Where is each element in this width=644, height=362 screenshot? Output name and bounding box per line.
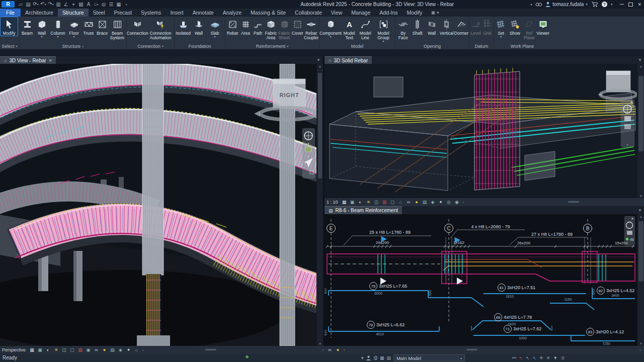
active-workset-icon[interactable]: ▤ bbox=[386, 355, 391, 360]
tab-file[interactable]: File bbox=[0, 9, 21, 17]
minimize-button[interactable] bbox=[620, 4, 624, 5]
rendering-icon[interactable]: ◫ bbox=[61, 347, 67, 353]
open-file-icon[interactable]: ▱ bbox=[17, 1, 24, 9]
viewer-button[interactable]: Viewer bbox=[536, 17, 550, 36]
tab-add-ins[interactable]: Add-Ins bbox=[375, 9, 402, 17]
search-prev-icon[interactable]: ◂ bbox=[530, 3, 532, 7]
reveal-constraints-icon[interactable]: ◉ bbox=[454, 199, 460, 206]
brace-button[interactable]: Brace bbox=[96, 17, 109, 36]
model-group-button[interactable]: Model Group▾ bbox=[373, 17, 393, 42]
ribbon-display-toggle[interactable]: ▣▾ bbox=[427, 9, 439, 17]
sync-icon[interactable]: ⟳▾ bbox=[32, 0, 39, 9]
horizontal-scrollbar[interactable] bbox=[146, 346, 320, 354]
worksets-icon[interactable] bbox=[366, 355, 371, 360]
filter-icon[interactable]: ▼ bbox=[553, 355, 557, 360]
reset-icon[interactable]: ✳ bbox=[546, 355, 550, 360]
tab-architecture[interactable]: Architecture bbox=[21, 9, 58, 17]
horizontal-scrollbar[interactable] bbox=[466, 198, 641, 206]
section-icon[interactable]: ◎ bbox=[100, 1, 107, 9]
beam-reinforcement-canvas[interactable]: E C B 24x200 3x162 26x200 15x200 25 x H8… bbox=[325, 214, 637, 346]
wall-structure-button[interactable]: Wall▾ bbox=[34, 17, 49, 38]
tab-collaborate[interactable]: Collaborate bbox=[290, 9, 327, 17]
scrollbar-thumb[interactable] bbox=[318, 73, 322, 178]
column-button[interactable]: Column▾ bbox=[49, 17, 66, 38]
thin-lines-icon[interactable]: ☰ bbox=[108, 1, 115, 9]
panel-label-structure[interactable]: Structure» bbox=[20, 43, 126, 49]
revit-logo[interactable]: R bbox=[2, 1, 15, 8]
cover-button[interactable]: Cover bbox=[291, 17, 304, 36]
scrollbar-thumb[interactable] bbox=[638, 76, 643, 151]
undo-icon[interactable]: ↶▾ bbox=[40, 0, 47, 9]
rebar-button[interactable]: Rebar bbox=[226, 17, 239, 36]
redo-icon[interactable]: ↷▾ bbox=[47, 0, 54, 9]
slab-foundation-button[interactable]: Slab▾ bbox=[206, 17, 223, 38]
tab-analyze[interactable]: Analyze bbox=[218, 9, 246, 17]
close-view-icon[interactable]: ✕ bbox=[49, 58, 52, 63]
panel-label-work-plane[interactable]: Work Plane bbox=[494, 43, 550, 49]
analytical-model-icon[interactable]: ✦ bbox=[125, 347, 132, 353]
view-tab-beam-reinforcement[interactable]: ▤ R8-6 - Beam Reinforcement bbox=[325, 206, 402, 214]
select-underlay-icon[interactable]: ↖ bbox=[519, 355, 523, 360]
floor-button[interactable]: Floor▾ bbox=[66, 17, 82, 38]
default-3d-view-icon[interactable]: ⌂▾ bbox=[93, 0, 100, 9]
select-pinned-icon[interactable]: ↖ bbox=[526, 355, 530, 360]
worksharing-display-icon[interactable]: ▤ bbox=[109, 347, 116, 353]
panel-label-opening[interactable]: Opening bbox=[395, 43, 469, 49]
tab-modify[interactable]: Modify bbox=[403, 9, 427, 17]
temporary-hide-isolate-icon[interactable]: ∞ bbox=[406, 199, 412, 206]
signed-in-user[interactable]: tomasz.fudala ▾ bbox=[545, 2, 588, 7]
analytical-model-icon[interactable]: ✦ bbox=[438, 199, 444, 206]
component-button[interactable]: Component▾ bbox=[320, 17, 341, 38]
restore-button[interactable] bbox=[628, 3, 633, 7]
connection-button[interactable]: Connection bbox=[127, 17, 147, 36]
scroll-left-icon[interactable]: ‹ bbox=[462, 200, 465, 205]
beam-button[interactable]: Beam bbox=[20, 17, 34, 36]
temporary-hide-isolate-icon[interactable]: ∞ bbox=[327, 347, 333, 353]
connection-automation-button[interactable]: Connection Automation bbox=[147, 17, 174, 40]
scrollbar-thumb[interactable] bbox=[568, 201, 579, 203]
select-links-icon[interactable]: ⚯ bbox=[512, 355, 516, 360]
reveal-constraints-icon[interactable]: ⌂ bbox=[133, 347, 140, 353]
panel-label-connection[interactable]: Connection▾ bbox=[127, 43, 174, 49]
scrollbar-thumb[interactable] bbox=[638, 221, 643, 282]
crop-region-icon[interactable]: ▧ bbox=[77, 347, 84, 353]
projection-mode-label[interactable]: Perspective bbox=[2, 347, 26, 352]
aligned-dimension-icon[interactable]: ⌖ bbox=[70, 1, 77, 9]
detail-level-icon[interactable]: ▣ bbox=[37, 347, 43, 353]
caret-down-icon[interactable]: ▾ bbox=[361, 355, 364, 360]
measure-icon[interactable]: ∠ bbox=[62, 1, 69, 9]
set-work-plane-button[interactable]: Set▾ bbox=[495, 17, 508, 38]
crop-region-icon[interactable]: ▧ bbox=[381, 199, 388, 206]
reveal-hidden-icon[interactable]: ● bbox=[414, 199, 420, 206]
customize-qat-icon[interactable]: ▾ bbox=[123, 0, 130, 9]
print-icon[interactable]: ▥ bbox=[55, 1, 62, 9]
tab-massing-site[interactable]: Massing & Site bbox=[246, 9, 290, 17]
sun-path-icon[interactable]: ☀ bbox=[53, 347, 59, 353]
active-workset-selector[interactable]: Main Model ▾ bbox=[393, 354, 465, 361]
top-right-3d-canvas[interactable]: ✕ ⌄ bbox=[325, 64, 637, 198]
cart-icon[interactable] bbox=[591, 2, 598, 7]
horizontal-scrollbar[interactable] bbox=[348, 346, 637, 354]
view-list-caret-icon[interactable]: ▼ bbox=[316, 56, 323, 64]
locked-view-icon[interactable]: ⌂ bbox=[397, 199, 404, 206]
tab-structure[interactable]: Structure bbox=[58, 9, 89, 17]
crop-view-icon[interactable]: ▢ bbox=[69, 347, 75, 353]
temporary-view-properties-icon[interactable]: ◈ bbox=[117, 347, 124, 353]
sun-path-icon[interactable]: ☀ bbox=[365, 199, 372, 206]
reveal-hidden-icon[interactable]: ● bbox=[101, 347, 108, 353]
view-tab-3d-rebar[interactable]: ⌂ 3D View - Rebar ✕ bbox=[0, 56, 56, 64]
tab-steel[interactable]: Steel bbox=[89, 9, 110, 17]
tab-manage[interactable]: Manage bbox=[347, 9, 375, 17]
model-text-button[interactable]: AModel Text bbox=[341, 17, 357, 40]
drag-on-selection-icon[interactable]: ✛ bbox=[539, 355, 543, 360]
left-3d-canvas[interactable]: RIGHT ▾ ▾ bbox=[0, 64, 316, 346]
close-button[interactable]: ✕ bbox=[637, 2, 641, 7]
scrollbar-thumb[interactable] bbox=[205, 349, 216, 350]
visual-style-icon[interactable]: ▦ bbox=[341, 199, 348, 206]
tab-annotate[interactable]: Annotate bbox=[188, 9, 218, 17]
tab-precast[interactable]: Precast bbox=[110, 9, 137, 17]
show-work-plane-button[interactable]: Show bbox=[508, 17, 522, 36]
worksharing-display-icon[interactable]: ▤ bbox=[422, 199, 428, 206]
tag-icon[interactable]: ▧ bbox=[77, 1, 85, 9]
tab-insert[interactable]: Insert bbox=[166, 9, 188, 17]
